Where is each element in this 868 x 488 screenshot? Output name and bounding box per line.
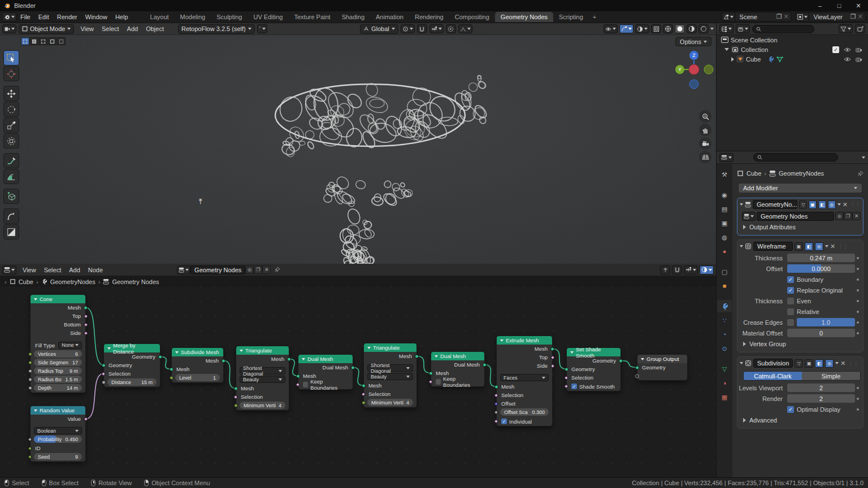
show-in-render-icon[interactable]: ◎ <box>825 359 834 368</box>
node-checkbox-keep-boundaries[interactable]: Keep Boundaries <box>298 380 353 389</box>
show-on-cage-icon[interactable]: ▣ <box>795 242 803 251</box>
viewport-menu-object[interactable]: Object <box>142 24 168 33</box>
node-field-distance[interactable]: Distance15 m <box>107 378 157 386</box>
node-dropdown-shortest-diagonal[interactable]: Shortest Diagonal <box>240 367 285 374</box>
modifier-panel-wireframe[interactable]: Wireframe ▣ ◧ ◎ ✕ ⋮⋮ Thickness 0.247 m O… <box>737 239 863 352</box>
node-triangulate[interactable]: TriangulateMeshShortest DiagonalBeautyMe… <box>363 343 417 408</box>
scene-name[interactable]: Scene <box>735 14 775 20</box>
node-dropdown-beauty[interactable]: Beauty <box>240 376 285 383</box>
show-in-editmode-icon[interactable]: ▣ <box>809 201 817 209</box>
outliner-row-cube[interactable]: Cube <box>717 54 868 64</box>
properties-tab-scene[interactable]: ◍ <box>717 231 732 243</box>
show-in-editmode-icon[interactable]: ▣ <box>805 359 813 368</box>
node-dropdown-none[interactable]: None <box>58 342 82 349</box>
snap-settings-dropdown[interactable] <box>684 265 698 274</box>
nodetree-name-field[interactable]: Geometry Nodes <box>190 265 245 274</box>
tab-shading[interactable]: Shading <box>336 12 370 22</box>
show-in-viewport-icon[interactable]: ◧ <box>805 242 813 251</box>
pin-icon[interactable] <box>274 267 280 273</box>
shading-solid-icon[interactable] <box>675 24 685 33</box>
node-collapse-icon[interactable] <box>302 358 305 360</box>
node-field-minimum-verti[interactable]: Minimum Verti4 <box>367 399 413 406</box>
tab-modeling[interactable]: Modeling <box>175 12 211 22</box>
node-triangulate[interactable]: TriangulateMeshShortest DiagonalBeautyMe… <box>236 346 289 411</box>
minimize-button[interactable]: – <box>810 0 830 11</box>
decorator-dot[interactable] <box>857 268 859 270</box>
node-merge-by-distance[interactable]: Merge by DistanceGeometryGeometrySelecti… <box>103 343 160 387</box>
input-socket-geometry[interactable] <box>102 363 106 367</box>
tab-rendering[interactable]: Rendering <box>409 12 449 22</box>
node-field-minimum-verti[interactable]: Minimum Verti4 <box>240 402 285 409</box>
decorator-dot[interactable] <box>857 398 859 400</box>
topbar-menu-window[interactable]: Window <box>81 12 111 21</box>
properties-tab-object-data[interactable]: ▽ <box>717 363 732 375</box>
node-checkbox-keep-boundaries[interactable]: Keep Boundaries <box>431 377 484 386</box>
delete-modifier-icon[interactable]: ✕ <box>843 201 848 208</box>
extras-chevron[interactable] <box>825 245 828 247</box>
node-editor-menu-add[interactable]: Add <box>65 265 84 274</box>
node-collapse-icon[interactable] <box>641 358 644 360</box>
node-field-radius-top[interactable]: Radius Top9 m <box>34 367 82 374</box>
outliner-display-mode-icon[interactable] <box>719 24 734 33</box>
node-collapse-icon[interactable] <box>240 350 243 352</box>
cube-expand-icon[interactable] <box>731 57 734 62</box>
output-socket-mesh[interactable] <box>84 306 88 310</box>
output-socket-mesh[interactable] <box>415 354 419 358</box>
show-in-render-icon[interactable]: ◎ <box>828 201 836 209</box>
crease-edges-checkbox[interactable] <box>787 319 794 326</box>
close-button[interactable]: ✕ <box>849 0 868 11</box>
collapse-chevron[interactable] <box>740 203 743 206</box>
go-to-parent-icon[interactable] <box>660 265 670 274</box>
extras-chevron[interactable] <box>837 203 841 206</box>
delete-modifier-icon[interactable]: ✕ <box>830 243 835 250</box>
node-field-depth[interactable]: Depth14 m <box>34 384 82 391</box>
decorator-dot[interactable] <box>857 311 859 313</box>
decorator-dot[interactable] <box>857 387 859 389</box>
input-socket-mesh[interactable] <box>429 371 433 375</box>
node-canvas[interactable]: › Cube › GeometryNodes › Geometry Nodes … <box>0 276 716 477</box>
editor-type-icon[interactable] <box>2 24 16 33</box>
scene-selector[interactable]: Scene ❐ ✕ <box>721 12 792 21</box>
decorator-dot[interactable] <box>857 257 859 259</box>
node-field-probability[interactable]: Probability0.450 <box>34 435 82 443</box>
input-socket-socket[interactable] <box>635 374 639 378</box>
properties-tab-world[interactable]: ● <box>717 245 732 258</box>
replace-original-checkbox[interactable]: ✓ <box>787 287 794 294</box>
new-scene-icon[interactable]: ❐ <box>775 13 784 20</box>
viewport-menu-select[interactable]: Select <box>98 24 123 33</box>
disable-render-icon[interactable] <box>856 56 862 62</box>
overlays-toggle[interactable] <box>700 265 714 274</box>
hide-eye-icon[interactable] <box>844 47 851 53</box>
output-attributes-section[interactable]: Output Attributes <box>737 221 863 232</box>
decorator-dot[interactable] <box>857 289 859 291</box>
material-offset-field[interactable]: 0 <box>787 329 855 337</box>
node-dual-mesh[interactable]: Dual MeshDual MeshMeshKeep Boundaries <box>298 354 353 390</box>
input-socket-side-segmen[interactable] <box>28 360 32 364</box>
topbar-menu-render[interactable]: Render <box>53 12 81 21</box>
properties-tab-object[interactable]: ■ <box>717 280 732 292</box>
node-field-radius-bo[interactable]: Radius Bo1.5 m <box>34 376 82 383</box>
topbar-menu-edit[interactable]: Edit <box>34 12 53 21</box>
properties-tab-material[interactable]: ◑ <box>717 377 732 389</box>
node-extrude-mesh[interactable]: Extrude MeshMeshTopSideFacesMeshSelectio… <box>496 336 553 426</box>
falloff-dropdown[interactable] <box>458 24 472 33</box>
topbar-menu-file[interactable]: File <box>16 12 34 21</box>
shading-dropdown-chevron[interactable] <box>710 28 714 30</box>
overlays-dropdown[interactable] <box>635 24 649 33</box>
add-workspace-button[interactable]: + <box>589 12 600 22</box>
input-socket-mesh[interactable] <box>362 384 366 387</box>
node-dropdown-shortest-diagonal[interactable]: Shortest Diagonal <box>367 364 413 372</box>
cube-label[interactable]: Cube <box>746 56 761 63</box>
collapse-chevron[interactable] <box>740 245 743 247</box>
outliner-row-collection[interactable]: Collection ✓ <box>717 45 868 54</box>
node-dropdown-beauty[interactable]: Beauty <box>367 373 413 380</box>
pin-icon[interactable] <box>857 171 863 177</box>
new-copy-icon[interactable]: ❐ <box>844 212 852 220</box>
properties-tab-particles[interactable]: ∵ <box>717 314 732 326</box>
drag-handle[interactable]: ⋮⋮ <box>850 202 861 207</box>
input-socket-minimum-verti[interactable] <box>362 400 366 404</box>
fake-user-shield-icon[interactable]: ◎ <box>245 265 254 274</box>
shading-material-icon[interactable] <box>687 24 697 33</box>
node-collapse-icon[interactable] <box>500 339 504 342</box>
new-viewlayer-icon[interactable]: ❐ <box>849 13 858 20</box>
